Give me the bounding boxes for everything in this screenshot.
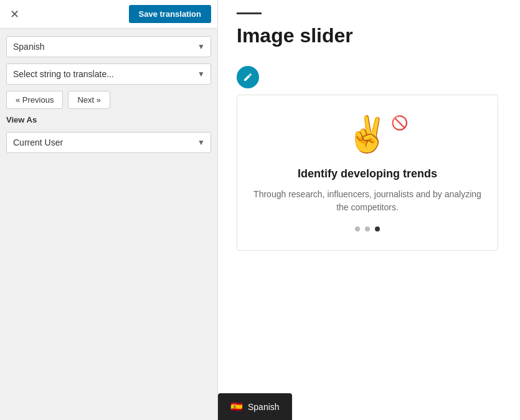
save-translation-button[interactable]: Save translation (129, 5, 211, 23)
slider-heading: Identify developing trends (250, 167, 485, 180)
language-badge[interactable]: 🇪🇸 Spanish (218, 393, 292, 420)
right-panel: Image slider ✌️ 🚫 Identify developing tr… (218, 0, 520, 420)
string-select-wrapper: Select string to translate... ▼ (6, 63, 211, 85)
view-as-select-wrapper: Current User Administrator Guest ▼ (6, 132, 211, 153)
language-select-wrapper: Spanish French German Italian Portuguese… (6, 36, 211, 57)
block-icon: 🚫 (391, 115, 408, 131)
slider-card: ✌️ 🚫 Identify developing trends Through … (237, 95, 498, 251)
pencil-icon (243, 72, 253, 82)
previous-button[interactable]: « Previous (6, 91, 63, 109)
peace-emoji: ✌️ (346, 114, 389, 155)
close-button[interactable]: ✕ (6, 6, 23, 22)
language-select[interactable]: Spanish French German Italian Portuguese (6, 36, 211, 57)
nav-buttons: « Previous Next » (6, 91, 211, 109)
string-select[interactable]: Select string to translate... (6, 63, 211, 85)
next-button[interactable]: Next » (68, 91, 110, 109)
top-bar: ✕ Save translation (0, 0, 217, 29)
flag-icon: 🇪🇸 (230, 401, 243, 413)
left-panel: ✕ Save translation Spanish French German… (0, 0, 218, 420)
divider (237, 12, 262, 14)
dot-1 (355, 226, 360, 231)
view-as-select[interactable]: Current User Administrator Guest (6, 132, 211, 153)
dot-3 (375, 226, 380, 231)
slider-image-area: ✌️ 🚫 (346, 114, 389, 155)
page-title: Image slider (237, 24, 501, 47)
slider-text: Through research, influencers, journalis… (250, 188, 485, 214)
panel-content: Spanish French German Italian Portuguese… (0, 29, 217, 161)
edit-slider-button[interactable] (237, 66, 259, 88)
view-as-label: View As (6, 115, 211, 124)
dot-2 (365, 226, 370, 231)
slider-dots (250, 226, 485, 231)
language-badge-label: Spanish (248, 402, 280, 412)
